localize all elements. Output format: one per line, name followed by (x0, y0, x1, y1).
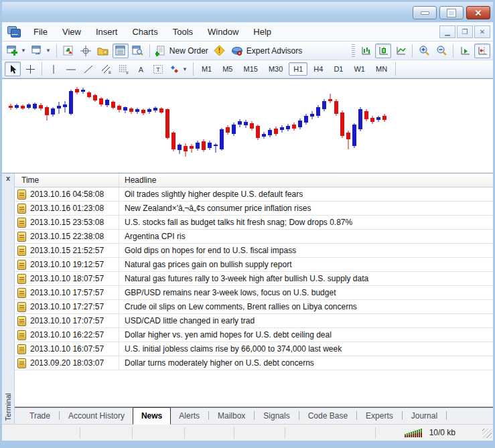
zoom-in-button[interactable] (416, 44, 432, 58)
horizontal-line-tool-button[interactable] (63, 62, 79, 76)
menu-item-tools[interactable]: Tools (165, 24, 200, 40)
tick-chart-button[interactable] (60, 44, 76, 58)
timeframe-button-mn[interactable]: MN (371, 62, 392, 76)
fibonacci-icon: F (118, 64, 129, 74)
timeframe-button-m15[interactable]: M15 (238, 62, 262, 76)
column-header-time[interactable]: Time (15, 173, 119, 187)
horizontal-line-icon (66, 64, 76, 74)
news-table-row[interactable]: 2013.10.10 18:07:57Natural gas futures r… (15, 272, 493, 286)
bar-chart-button[interactable] (358, 44, 374, 58)
menu-item-help[interactable]: Help (246, 24, 279, 40)
news-table-row[interactable]: 2013.10.10 17:07:57USD/CAD little change… (15, 314, 493, 328)
candlestick-chart[interactable] (2, 78, 493, 173)
menu-item-view[interactable]: View (55, 24, 88, 40)
tab-separator (208, 411, 209, 420)
maximize-icon (447, 9, 455, 17)
tab-alerts[interactable]: Alerts (171, 408, 208, 424)
news-table-row[interactable]: 2013.09.20 18:03:07Dollar turns moderate… (15, 356, 493, 370)
toolbar-separator (395, 62, 396, 76)
profiles-button[interactable]: ▼ (29, 44, 53, 58)
window-close-button[interactable]: ✕ (466, 6, 490, 19)
auto-scroll-icon (459, 46, 471, 56)
new-chart-button[interactable]: ▼ (5, 44, 28, 58)
candlestick-chart-button[interactable] (375, 44, 391, 58)
fibonacci-tool-button[interactable]: F (115, 62, 131, 76)
tab-signals[interactable]: Signals (255, 408, 297, 424)
equidistant-channel-icon: E (100, 64, 112, 74)
news-table-row[interactable]: 2013.10.10 19:12:57Natural gas prices ga… (15, 258, 493, 272)
news-table-row[interactable]: 2013.10.16 01:23:08New Zealand×'â‚¬â„¢s … (15, 202, 493, 216)
child-minimize-button[interactable]: ▁ (439, 25, 455, 38)
profiles-dropdown-icon: ▼ (46, 48, 51, 54)
trendline-icon (83, 64, 94, 74)
toolbar-drag-handle[interactable] (352, 44, 355, 58)
timeframe-button-h1[interactable]: H1 (289, 62, 307, 76)
app-icon[interactable] (7, 26, 21, 38)
column-header-headline[interactable]: Headline (119, 175, 493, 185)
trendline-tool-button[interactable] (80, 62, 96, 76)
timeframe-button-m5[interactable]: M5 (218, 62, 237, 76)
resize-grip-icon[interactable] (482, 429, 492, 438)
text-label-tool-button[interactable]: T (150, 62, 166, 76)
favorites-button[interactable] (95, 44, 111, 58)
timeframe-button-w1[interactable]: W1 (349, 62, 370, 76)
line-chart-button[interactable] (393, 44, 409, 58)
text-tool-button[interactable]: A (133, 62, 149, 76)
news-item-icon (17, 330, 26, 340)
news-table-row[interactable]: 2013.10.15 21:52:57Gold dips on hopes fo… (15, 244, 493, 258)
vertical-line-tool-button[interactable] (46, 62, 62, 76)
news-table-row[interactable]: 2013.10.10 17:57:57GBP/USD remains near … (15, 286, 493, 300)
auto-scroll-button[interactable] (457, 44, 473, 58)
metaquotes-alert-button[interactable]: ! (212, 44, 228, 58)
tab-account-history[interactable]: Account History (60, 408, 133, 424)
news-table-row[interactable]: 2013.10.10 16:07:57U.S. initial jobless … (15, 342, 493, 356)
news-table-row[interactable]: 2013.10.15 23:53:08U.S. stocks fall as b… (15, 216, 493, 230)
timeframe-button-h4[interactable]: H4 (309, 62, 328, 76)
crosshair-mode-button[interactable] (78, 44, 94, 58)
navigator-toggle-button[interactable] (130, 44, 146, 58)
cursor-tool-button[interactable] (5, 62, 21, 76)
news-table-row[interactable]: 2013.10.10 17:27:57Crude oil slips on Le… (15, 300, 493, 314)
zoom-out-button[interactable] (433, 44, 449, 58)
news-row-time: 2013.10.10 17:57:57 (30, 288, 104, 297)
child-restore-icon: ❐ (462, 28, 468, 35)
equidistant-channel-tool-button[interactable]: E (98, 62, 114, 76)
news-table-row[interactable]: 2013.10.16 04:58:08Oil trades slightly h… (15, 188, 493, 202)
menu-item-file[interactable]: File (26, 24, 55, 40)
tab-news[interactable]: News (133, 407, 171, 425)
news-table-row[interactable]: 2013.10.10 16:22:57Dollar higher vs. yen… (15, 328, 493, 342)
tab-trade[interactable]: Trade (21, 408, 58, 424)
news-row-time-cell: 2013.10.10 17:07:57 (15, 314, 119, 327)
window-minimize-button[interactable] (413, 6, 437, 19)
svg-text:A: A (138, 65, 143, 73)
child-close-button[interactable]: ✕ (474, 25, 490, 38)
market-watch-toggle-button[interactable] (113, 44, 129, 58)
expert-advisors-button[interactable]: Expert Advisors (229, 44, 304, 58)
arrows-tool-button[interactable]: ▼ (167, 62, 190, 76)
timeframe-button-m1[interactable]: M1 (197, 62, 216, 76)
menu-item-insert[interactable]: Insert (88, 24, 125, 40)
tab-mailbox[interactable]: Mailbox (210, 408, 253, 424)
window-maximize-button[interactable] (439, 6, 464, 19)
new-order-button[interactable]: New Order (153, 44, 210, 58)
timeframe-button-d1[interactable]: D1 (329, 62, 348, 76)
tab-journal[interactable]: Journal (403, 408, 445, 424)
signal-bar (419, 429, 420, 437)
news-table-row[interactable]: 2013.10.15 22:38:08Argentina CPI ris (15, 230, 493, 244)
menu-item-charts[interactable]: Charts (125, 24, 165, 40)
tab-code-base[interactable]: Code Base (300, 408, 356, 424)
news-item-icon (17, 288, 26, 298)
news-row-time: 2013.10.10 16:22:57 (30, 330, 104, 340)
news-item-icon (17, 344, 26, 354)
news-rows: 2013.10.16 04:58:08Oil trades slightly h… (15, 188, 493, 370)
tab-experts[interactable]: Experts (358, 408, 401, 424)
status-cell (2, 427, 80, 439)
news-row-headline: Natural gas prices gain on bullish suppl… (119, 260, 493, 269)
terminal-close-button[interactable]: x (6, 175, 10, 181)
timeframe-button-m30[interactable]: M30 (264, 62, 287, 76)
chart-shift-button[interactable] (474, 44, 490, 58)
child-restore-button[interactable]: ❐ (457, 25, 473, 38)
crosshair-tool-button[interactable] (22, 62, 38, 76)
menu-item-window[interactable]: Window (200, 24, 246, 40)
toolbar-separator (56, 44, 57, 58)
